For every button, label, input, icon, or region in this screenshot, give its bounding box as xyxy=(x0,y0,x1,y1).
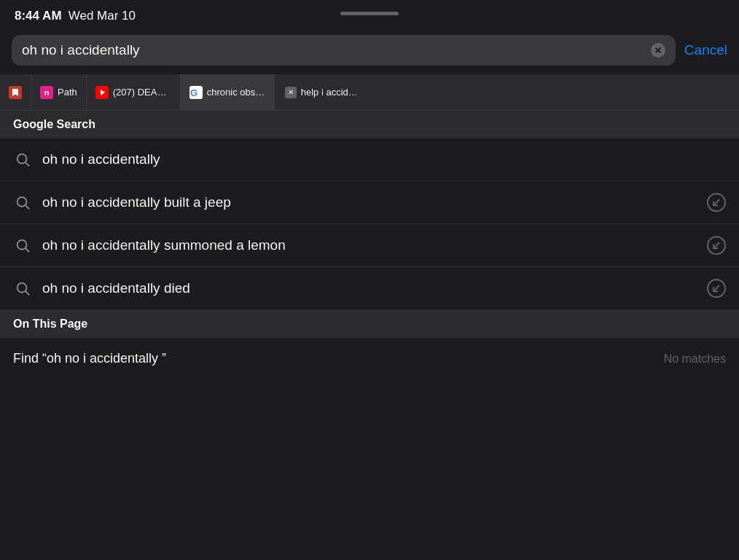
svg-line-6 xyxy=(713,200,719,205)
tab-4[interactable]: G chronic obst... xyxy=(181,74,275,110)
tab-1[interactable] xyxy=(0,74,31,110)
svg-point-2 xyxy=(17,154,27,164)
svg-text:G: G xyxy=(190,87,198,98)
svg-line-11 xyxy=(26,291,29,295)
svg-line-9 xyxy=(713,242,719,248)
arrow-icon-4 xyxy=(707,279,726,298)
find-text: Find “oh no i accidentally ” xyxy=(13,351,166,366)
search-icon-1 xyxy=(13,150,32,169)
suggestion-3-text: oh no i accidentally summoned a lemon xyxy=(42,237,697,253)
suggestion-2[interactable]: oh no i accidentally built a jeep xyxy=(0,181,739,224)
search-clear-button[interactable] xyxy=(651,43,665,58)
status-time-date: 8:44 AM Wed Mar 10 xyxy=(15,9,136,23)
svg-point-10 xyxy=(17,283,27,293)
search-icon-4 xyxy=(13,279,32,298)
no-matches-label: No matches xyxy=(664,352,726,366)
search-input-wrapper[interactable] xyxy=(12,35,676,66)
tab-5[interactable]: ✕ help i accide... xyxy=(275,74,739,110)
tab-4-label: chronic obst... xyxy=(207,87,265,98)
tab-5-close[interactable]: ✕ xyxy=(285,87,297,98)
tab-2[interactable]: n Path xyxy=(31,74,87,110)
suggestion-1-text: oh no i accidentally xyxy=(42,151,726,167)
svg-marker-0 xyxy=(101,90,105,95)
tab-4-favicon: G xyxy=(189,86,203,99)
tab-3-label: (207) DEADL... xyxy=(113,87,171,98)
svg-line-3 xyxy=(26,162,29,166)
search-icon-2 xyxy=(13,193,32,212)
google-search-header: Google Search xyxy=(0,111,739,138)
tab-2-label: Path xyxy=(58,87,77,98)
svg-point-7 xyxy=(17,240,27,250)
tab-3[interactable]: (207) DEADL... xyxy=(87,74,181,110)
find-item[interactable]: Find “oh no i accidentally ” No matches xyxy=(0,338,739,379)
suggestion-2-text: oh no i accidentally built a jeep xyxy=(42,194,697,210)
tabs-bar: n Path (207) DEADL... G chronic obst... … xyxy=(0,74,739,111)
status-bar: 8:44 AM Wed Mar 10 xyxy=(0,0,739,29)
search-input[interactable] xyxy=(22,42,645,58)
svg-point-4 xyxy=(17,197,27,207)
svg-line-12 xyxy=(713,285,719,291)
tab-2-favicon: n xyxy=(40,86,53,99)
cancel-button[interactable]: Cancel xyxy=(684,42,727,58)
suggestion-4-text: oh no i accidentally died xyxy=(42,280,697,296)
suggestion-4[interactable]: oh no i accidentally died xyxy=(0,267,739,310)
tab-1-favicon xyxy=(9,86,22,99)
on-this-page-header: On This Page xyxy=(0,310,739,338)
status-date: Wed Mar 10 xyxy=(65,9,136,23)
suggestions-list: oh no i accidentally oh no i accidentall… xyxy=(0,138,739,310)
arrow-icon-2 xyxy=(707,193,726,212)
drag-handle xyxy=(340,12,399,15)
suggestion-1[interactable]: oh no i accidentally xyxy=(0,138,739,181)
suggestion-3[interactable]: oh no i accidentally summoned a lemon xyxy=(0,224,739,267)
search-bar-container: Cancel xyxy=(0,29,739,74)
search-icon-3 xyxy=(13,236,32,255)
tab-5-label: help i accide... xyxy=(301,87,359,98)
arrow-icon-3 xyxy=(707,236,726,255)
svg-line-8 xyxy=(26,248,29,252)
svg-line-5 xyxy=(26,205,29,209)
tab-3-favicon xyxy=(95,86,109,99)
status-time: 8:44 AM xyxy=(15,9,62,23)
